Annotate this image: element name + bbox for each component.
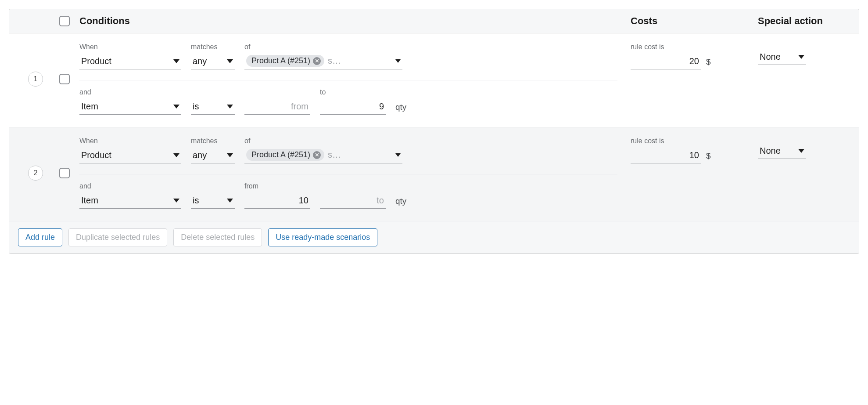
condition-divider	[79, 174, 617, 174]
of-label: of	[244, 43, 402, 51]
match-select[interactable]: any	[191, 148, 235, 163]
rule-row: 1 When Product matches any	[9, 33, 859, 127]
chevron-down-icon	[227, 105, 233, 108]
product-chip: Product A (#251) ✕	[246, 55, 324, 67]
and-label: and	[79, 182, 181, 190]
rule-cost-label: rule cost is	[631, 137, 701, 145]
rule-select-checkbox[interactable]	[59, 168, 70, 178]
rule-select-checkbox[interactable]	[59, 74, 70, 84]
currency-unit: $	[706, 151, 711, 163]
chevron-down-icon	[173, 153, 179, 157]
chip-remove-icon[interactable]: ✕	[313, 57, 321, 65]
rules-panel: Conditions Costs Special action 1 When P…	[9, 9, 859, 254]
table-header: Conditions Costs Special action	[9, 9, 859, 33]
add-rule-button[interactable]: Add rule	[18, 228, 62, 246]
duplicate-rules-button[interactable]: Duplicate selected rules	[68, 228, 167, 246]
item-type-select[interactable]: Item	[79, 193, 181, 209]
item-type-select[interactable]: Item	[79, 99, 181, 115]
product-search-input[interactable]	[328, 150, 387, 160]
chevron-down-icon	[395, 59, 401, 63]
condition-divider	[79, 80, 617, 80]
delete-rules-button[interactable]: Delete selected rules	[173, 228, 262, 246]
match-select[interactable]: any	[191, 54, 235, 69]
chevron-down-icon	[227, 153, 233, 157]
range-to-input[interactable]	[320, 193, 386, 209]
when-label: When	[79, 137, 181, 145]
chevron-down-icon	[227, 199, 233, 202]
and-label: and	[79, 88, 181, 96]
chevron-down-icon	[798, 149, 804, 153]
chevron-down-icon	[798, 55, 804, 59]
chip-remove-icon[interactable]: ✕	[313, 151, 321, 159]
when-type-select[interactable]: Product	[79, 148, 181, 163]
when-label: When	[79, 43, 181, 51]
rule-number-badge: 1	[28, 72, 43, 87]
qty-unit: qty	[395, 102, 406, 115]
product-multiselect[interactable]: Product A (#251) ✕	[244, 54, 402, 69]
chevron-down-icon	[173, 199, 179, 202]
range-from-input[interactable]	[244, 193, 310, 209]
of-label: of	[244, 137, 402, 145]
qty-unit: qty	[395, 196, 406, 209]
select-all-checkbox[interactable]	[59, 16, 70, 26]
is-select[interactable]: is	[191, 193, 235, 209]
product-multiselect[interactable]: Product A (#251) ✕	[244, 148, 402, 163]
matches-label: matches	[191, 137, 235, 145]
range-from-input[interactable]	[244, 99, 310, 115]
table-footer: Add rule Duplicate selected rules Delete…	[9, 221, 859, 253]
chevron-down-icon	[227, 59, 233, 63]
rule-cost-label: rule cost is	[631, 43, 701, 51]
when-type-select[interactable]: Product	[79, 54, 181, 69]
product-chip: Product A (#251) ✕	[246, 149, 324, 161]
chevron-down-icon	[173, 105, 179, 108]
currency-unit: $	[706, 57, 711, 69]
chevron-down-icon	[173, 59, 179, 63]
header-conditions: Conditions	[79, 15, 631, 27]
special-action-select[interactable]: None	[758, 143, 806, 159]
product-search-input[interactable]	[328, 56, 387, 66]
rule-number-badge: 2	[28, 166, 43, 181]
rule-row: 2 When Product matches any	[9, 127, 859, 221]
matches-label: matches	[191, 43, 235, 51]
range-to-input[interactable]	[320, 99, 386, 115]
header-action: Special action	[758, 15, 850, 27]
use-scenarios-button[interactable]: Use ready-made scenarios	[268, 228, 377, 246]
is-select[interactable]: is	[191, 99, 235, 115]
from-label: from	[244, 182, 310, 190]
special-action-select[interactable]: None	[758, 49, 806, 65]
cost-input[interactable]	[631, 148, 701, 163]
to-label: to	[320, 88, 386, 96]
header-costs: Costs	[631, 15, 758, 27]
chevron-down-icon	[395, 153, 401, 157]
cost-input[interactable]	[631, 54, 701, 69]
